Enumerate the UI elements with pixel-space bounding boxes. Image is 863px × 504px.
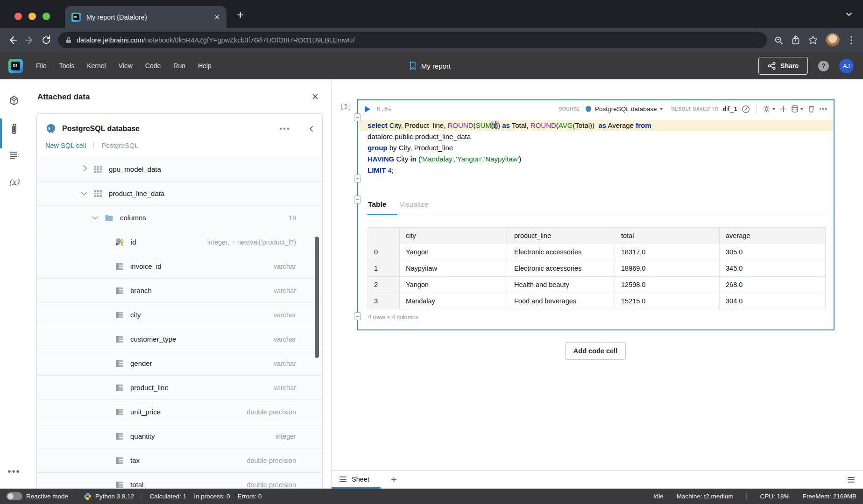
app-header: DL FileToolsKernelViewCodeRunHelp My rep… <box>0 52 863 79</box>
panel-scrollbar[interactable] <box>315 237 319 358</box>
tree-row-quantity[interactable]: quantityinteger <box>37 424 322 448</box>
zoom-window-button[interactable] <box>42 13 50 20</box>
bookmark-star-icon[interactable] <box>808 35 818 45</box>
edit-result-name-icon[interactable] <box>742 105 750 113</box>
sql-code-editor[interactable]: select City, Product_line, ROUND(SUM(t))… <box>358 118 834 176</box>
zoom-icon[interactable] <box>774 35 784 45</box>
chevron-down-icon <box>800 108 804 110</box>
menu-tools[interactable]: Tools <box>59 62 75 70</box>
reactive-mode-toggle[interactable] <box>7 492 22 500</box>
sheet-menu-icon[interactable] <box>340 476 347 482</box>
menu-code[interactable]: Code <box>145 62 161 70</box>
sheets-list-icon[interactable] <box>848 477 855 483</box>
menu-file[interactable]: File <box>36 62 47 70</box>
tree-row-product_line[interactable]: product_linevarchar <box>37 376 322 400</box>
delete-cell-icon[interactable] <box>808 105 815 113</box>
variables-icon[interactable]: (x) <box>0 173 28 191</box>
database-menu-icon[interactable]: ••• <box>279 124 290 133</box>
column-icon <box>115 408 124 416</box>
sheet-tab[interactable]: Sheet <box>332 471 381 489</box>
menu-view[interactable]: View <box>119 62 133 70</box>
toolbar-actions <box>774 33 856 47</box>
cell-handle-icon[interactable] <box>354 113 361 121</box>
browser-titlebar: DL My report (Datalore) ✕ + <box>0 0 863 28</box>
chevron-down-icon[interactable] <box>92 214 98 220</box>
cell-handle-icon[interactable] <box>354 196 361 203</box>
collapse-panel-icon[interactable] <box>308 126 314 132</box>
cell-handle-icon[interactable] <box>354 312 361 320</box>
tab-search-chevron-icon[interactable] <box>845 10 853 18</box>
tree-row-city[interactable]: cityvarchar <box>37 303 322 327</box>
chevron-right-icon[interactable] <box>81 165 87 171</box>
code-line[interactable]: HAVING City in ('Mandalay','Yangon','Nay… <box>358 154 834 165</box>
browser-tab[interactable]: DL My report (Datalore) ✕ <box>65 6 226 28</box>
tree-row-branch[interactable]: branchvarchar <box>37 279 322 303</box>
tree-row-id[interactable]: idinteger, = nextval('product_l?) <box>37 230 322 254</box>
new-tab-button[interactable]: + <box>237 7 244 22</box>
reload-icon[interactable] <box>41 35 51 45</box>
code-line[interactable]: select City, Product_line, ROUND(SUM(t))… <box>358 120 834 131</box>
cell-handle-icon[interactable] <box>354 175 361 182</box>
bookmark-icon[interactable] <box>409 61 417 70</box>
notebook-title[interactable]: My report <box>421 62 451 70</box>
minimize-window-button[interactable] <box>28 13 36 20</box>
code-line[interactable]: datalore.public.product_line_data <box>358 131 834 142</box>
datalore-logo-icon[interactable]: DL <box>8 59 23 73</box>
sql-code-cell[interactable]: 0.6s SOURCE PostgreSQL database RESULT S… <box>357 99 835 330</box>
tree-row-unit_price[interactable]: unit_pricedouble precision <box>37 400 322 424</box>
browser-profile-avatar[interactable] <box>826 33 840 47</box>
tree-row-columns[interactable]: columns18 <box>37 206 322 230</box>
code-line[interactable]: group by City, Product_line <box>358 142 834 154</box>
tab-visualize[interactable]: Visualize <box>399 200 428 209</box>
add-cell-below-icon[interactable] <box>780 105 787 112</box>
tree-row-product_line_data[interactable]: product_line_data <box>37 182 322 206</box>
database-actions-button[interactable] <box>791 105 804 113</box>
tab-table[interactable]: Table <box>368 200 386 209</box>
new-sql-cell-link[interactable]: New SQL cell <box>45 142 86 149</box>
tree-row-gpu_model_data[interactable]: gpu_model_data <box>37 157 322 182</box>
machine-type[interactable]: Machine: t2.medium <box>677 493 734 500</box>
menu-run[interactable]: Run <box>173 62 185 70</box>
menu-help[interactable]: Help <box>198 62 212 70</box>
folder-icon <box>105 214 113 222</box>
forward-icon[interactable] <box>24 35 35 45</box>
column-icon <box>115 287 124 294</box>
tree-item-type: varchar <box>274 311 296 319</box>
tree-row-customer_type[interactable]: customer_typevarchar <box>37 327 322 351</box>
user-avatar[interactable]: AJ <box>839 59 854 73</box>
cell-settings-button[interactable] <box>763 105 776 113</box>
menu-kernel[interactable]: Kernel <box>87 62 106 70</box>
cell-more-icon[interactable] <box>819 108 827 110</box>
tree-row-total[interactable]: totaldouble precision <box>37 473 322 489</box>
tree-row-invoice_id[interactable]: invoice_idvarchar <box>37 254 322 279</box>
tree-item-name: customer_type <box>130 335 176 343</box>
attached-data-icon[interactable] <box>0 120 28 139</box>
tree-item-name: unit_price <box>130 408 161 416</box>
tree-row-tax[interactable]: taxdouble precision <box>37 448 322 473</box>
table-of-contents-icon[interactable] <box>0 147 28 165</box>
result-dataframe-name[interactable]: df_1 <box>723 105 737 112</box>
address-bar[interactable]: datalore.jetbrains.com/notebook/0k5R4AZg… <box>58 32 767 48</box>
packages-icon[interactable] <box>0 91 28 110</box>
close-panel-icon[interactable]: ✕ <box>311 91 319 102</box>
tree-row-gender[interactable]: gendervarchar <box>37 351 322 376</box>
back-icon[interactable] <box>7 35 18 45</box>
close-tab-icon[interactable]: ✕ <box>214 13 220 21</box>
code-line[interactable]: LIMIT 4; <box>358 165 834 176</box>
run-cell-icon[interactable] <box>365 106 370 112</box>
python-version[interactable]: Python 3.8.12 <box>95 493 134 500</box>
chevron-down-icon[interactable] <box>81 189 87 196</box>
share-button[interactable]: Share <box>758 57 808 75</box>
tree-item-type: varchar <box>274 384 296 392</box>
share-icon[interactable] <box>791 35 800 45</box>
close-window-button[interactable] <box>14 13 22 20</box>
postgresql-tab[interactable]: PostgreSQL <box>101 142 138 149</box>
add-code-cell-button[interactable]: Add code cell <box>565 342 626 360</box>
browser-tab-title: My report (Datalore) <box>86 14 208 21</box>
browser-menu-icon[interactable] <box>847 35 856 45</box>
rail-more-icon[interactable]: ••• <box>0 462 28 481</box>
help-button[interactable]: ? <box>818 61 829 71</box>
add-sheet-button[interactable]: + <box>391 474 397 486</box>
execution-count: [5] <box>340 103 352 110</box>
source-selector[interactable]: PostgreSQL database <box>585 105 663 113</box>
